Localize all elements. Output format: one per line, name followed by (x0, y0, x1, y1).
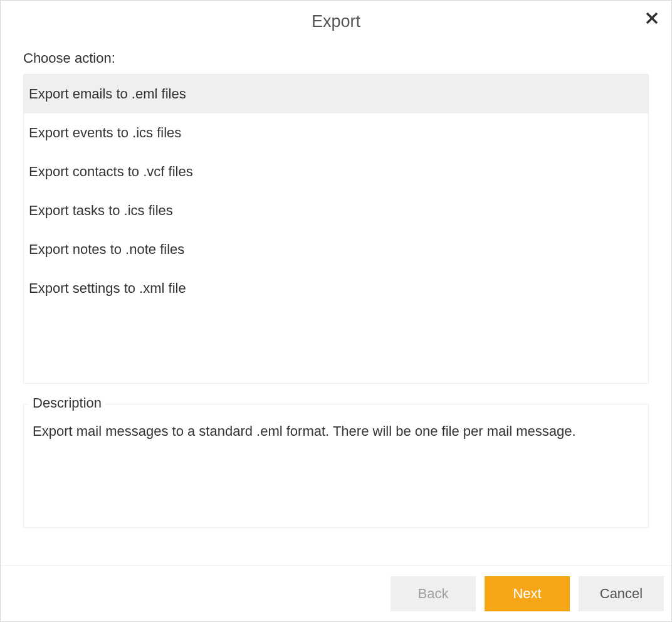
action-export-contacts[interactable]: Export contacts to .vcf files (24, 152, 648, 191)
action-label: Export notes to .note files (29, 241, 184, 257)
dialog-footer: Back Next Cancel (1, 566, 671, 621)
action-label: Export events to .ics files (29, 125, 181, 140)
dialog-header: Export (1, 1, 671, 39)
cancel-button[interactable]: Cancel (579, 576, 664, 611)
description-group: Description Export mail messages to a st… (23, 404, 649, 528)
action-export-emails[interactable]: Export emails to .eml files (24, 75, 648, 113)
action-export-events[interactable]: Export events to .ics files (24, 113, 648, 152)
action-label: Export emails to .eml files (29, 86, 186, 102)
action-label: Export settings to .xml file (29, 280, 186, 296)
description-text: Export mail messages to a standard .eml … (33, 422, 639, 441)
back-button[interactable]: Back (391, 576, 476, 611)
choose-action-label: Choose action: (23, 50, 649, 66)
export-dialog: Export Choose action: Export emails to .… (0, 0, 672, 622)
dialog-title: Export (1, 12, 671, 31)
close-icon (645, 9, 659, 28)
action-export-tasks[interactable]: Export tasks to .ics files (24, 191, 648, 230)
close-button[interactable] (643, 9, 661, 28)
action-export-settings[interactable]: Export settings to .xml file (24, 269, 648, 308)
action-list[interactable]: Export emails to .eml files Export event… (23, 74, 649, 384)
next-button[interactable]: Next (485, 576, 570, 611)
action-label: Export tasks to .ics files (29, 203, 173, 218)
dialog-body: Choose action: Export emails to .eml fil… (1, 39, 671, 566)
description-legend: Description (29, 395, 105, 411)
action-export-notes[interactable]: Export notes to .note files (24, 230, 648, 269)
action-label: Export contacts to .vcf files (29, 164, 193, 179)
